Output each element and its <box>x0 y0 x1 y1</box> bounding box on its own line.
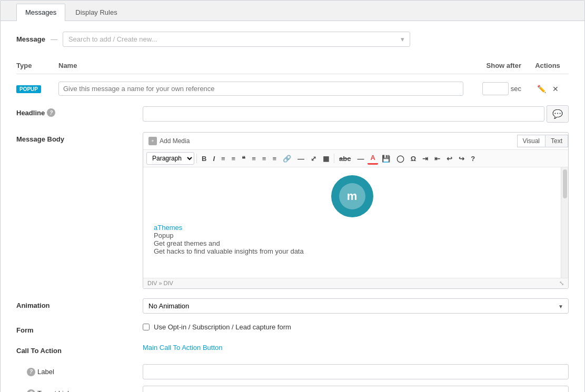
cta-target-label: Target Link <box>37 389 71 392</box>
editor-line2: Get hacks to find valuable insights from… <box>154 247 550 255</box>
dash: — <box>51 35 57 43</box>
cta-row: Call To Action Main Call To Action Butto… <box>16 344 569 355</box>
table-button[interactable]: ▦ <box>320 153 332 164</box>
form-checkbox-row: Use Opt-in / Subscription / Lead capture… <box>143 323 569 331</box>
col-name: Name <box>58 62 463 69</box>
editor-toolbar: Paragraph B I ≡ ≡ ❝ ≡ ≡ ≡ 🔗 — ⤢ <box>143 150 568 167</box>
tab-display-rules[interactable]: Display Rules <box>66 4 126 21</box>
paragraph-select[interactable]: Paragraph <box>146 152 194 165</box>
message-item: POPUP 0 sec ✏️ ✕ <box>16 78 569 99</box>
message-body-label: Message Body <box>16 132 143 143</box>
form-checkbox[interactable] <box>143 324 150 330</box>
italic-button[interactable]: I <box>210 153 217 164</box>
message-body-control: + Add Media Visual Text Paragraph <box>143 132 569 289</box>
unordered-list-button[interactable]: ≡ <box>219 153 228 164</box>
col-actions: Actions <box>527 62 569 69</box>
cta-label-row: ? Label Yes, <br><div class="ig_gal1_tex… <box>16 364 569 379</box>
cta-label-field-label: Label <box>37 368 54 376</box>
cta-label-control: Yes, <br><div class="ig_gal1_text">Show … <box>143 364 569 379</box>
page-wrapper: Messages Display Rules Message — Search … <box>0 0 585 392</box>
scrollbar <box>561 167 568 278</box>
editor-topbar: + Add Media Visual Text <box>143 133 568 150</box>
name-cell <box>58 82 463 96</box>
editor-inner: m aThemes Popup Get great themes and Get… <box>143 167 561 263</box>
message-name-input[interactable] <box>58 82 463 96</box>
fullscreen-button[interactable]: ⤢ <box>308 153 319 164</box>
animation-control: No Animation Fade In Slide Down Slide Up <box>143 298 569 314</box>
outdent-button[interactable]: ⇤ <box>432 153 443 164</box>
view-tab-text[interactable]: Text <box>545 135 568 147</box>
view-tab-visual[interactable]: Visual <box>517 135 545 147</box>
sec-label: sec <box>511 85 521 93</box>
label-help-icon[interactable]: ? <box>27 368 35 376</box>
headline-control: 💬 <box>143 105 569 123</box>
actions-cell: ✏️ ✕ <box>527 84 569 94</box>
toolbar-sep-2 <box>334 154 334 163</box>
target-help-icon[interactable]: ? <box>27 389 35 393</box>
editor-popup: Popup <box>154 232 550 239</box>
help-button[interactable]: ? <box>468 153 478 164</box>
strikethrough-button[interactable]: abc <box>336 153 353 164</box>
headline-input[interactable] <box>143 106 544 122</box>
add-media-icon: + <box>148 137 157 145</box>
add-media-button[interactable]: + Add Media <box>143 135 195 147</box>
message-row: Message — Search to add / Create new... … <box>16 32 569 47</box>
cta-control: Main Call To Action Button <box>143 344 569 351</box>
hr-button[interactable]: — <box>354 153 366 164</box>
form-checkbox-label: Use Opt-in / Subscription / Lead capture… <box>154 323 291 331</box>
logo-container: m <box>154 175 550 217</box>
clear-button[interactable]: ◯ <box>394 153 407 164</box>
bold-button[interactable]: B <box>199 153 209 164</box>
link-button[interactable]: 🔗 <box>280 153 294 164</box>
athemes-link[interactable]: aThemes <box>154 224 550 232</box>
indent-button[interactable]: ⇥ <box>420 153 431 164</box>
blockquote-button[interactable]: ❝ <box>239 153 248 164</box>
speech-button[interactable]: 💬 <box>547 105 569 123</box>
message-search-dropdown[interactable]: Search to add / Create new... ▾ <box>63 32 410 47</box>
toolbar-sep-1 <box>196 154 197 163</box>
col-type: Type <box>16 62 58 69</box>
editor-path: DIV » DIV <box>147 280 173 287</box>
table-header: Type Name Show after Actions <box>16 57 569 74</box>
cta-target-input[interactable] <box>143 386 569 392</box>
scrollbar-thumb <box>563 169 567 198</box>
headline-label: Headline ? <box>16 105 143 117</box>
add-media-label: Add Media <box>160 137 190 145</box>
redo-button[interactable]: ↪ <box>456 153 467 164</box>
cta-label: Call To Action <box>16 344 143 355</box>
cta-label-input[interactable]: Yes, <br><div class="ig_gal1_text">Show … <box>143 364 569 379</box>
form-row: Form Use Opt-in / Subscription / Lead ca… <box>16 323 569 334</box>
type-cell: POPUP <box>16 85 58 93</box>
logo-circle: m <box>331 175 373 217</box>
editor-content[interactable]: m aThemes Popup Get great themes and Get… <box>143 167 568 278</box>
showafter-cell: 0 sec <box>463 82 527 95</box>
align-left-button[interactable]: ≡ <box>249 153 259 164</box>
animation-label: Animation <box>16 298 143 309</box>
editor-line1: Get great themes and <box>154 239 550 247</box>
main-content: Message — Search to add / Create new... … <box>1 21 584 392</box>
tab-messages[interactable]: Messages <box>16 4 65 21</box>
col-showafter: Show after <box>463 62 527 69</box>
special-chars-button[interactable]: Ω <box>408 153 419 164</box>
font-color-button[interactable]: A <box>368 152 378 165</box>
align-center-button[interactable]: ≡ <box>260 153 269 164</box>
save-draft-button[interactable]: 💾 <box>379 153 393 164</box>
form-label: Form <box>16 323 143 334</box>
cta-target-control <box>143 386 569 392</box>
animation-select-wrapper: No Animation Fade In Slide Down Slide Up <box>143 298 569 314</box>
ordered-list-button[interactable]: ≡ <box>229 153 239 164</box>
cta-main-button-link[interactable]: Main Call To Action Button <box>143 344 223 351</box>
cta-label-left: ? Label <box>16 368 143 376</box>
form-control: Use Opt-in / Subscription / Lead capture… <box>143 323 569 331</box>
delete-button[interactable]: ✕ <box>551 84 560 94</box>
logo-circle-inner: m <box>339 183 365 209</box>
headline-help-icon[interactable]: ? <box>47 108 55 117</box>
animation-select[interactable]: No Animation Fade In Slide Down Slide Up <box>143 298 569 314</box>
showafter-input[interactable]: 0 <box>482 82 509 95</box>
resize-handle-icon[interactable]: ⤡ <box>559 280 564 287</box>
align-right-button[interactable]: ≡ <box>270 153 279 164</box>
undo-button[interactable]: ↩ <box>444 153 455 164</box>
search-placeholder: Search to add / Create new... <box>68 35 157 43</box>
edit-button[interactable]: ✏️ <box>536 84 547 94</box>
horizontal-rule-button[interactable]: — <box>295 153 307 164</box>
